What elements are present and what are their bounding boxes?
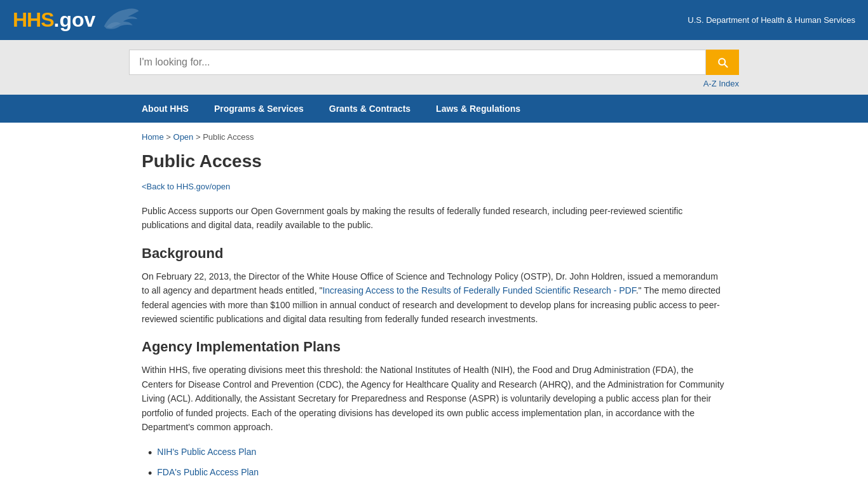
breadcrumb-open[interactable]: Open: [173, 132, 194, 142]
search-row: [129, 50, 739, 75]
breadcrumb-sep1: >: [166, 132, 173, 142]
background-paragraph: On February 22, 2013, the Director of th…: [142, 269, 726, 327]
ostp-memo-link[interactable]: Increasing Access to the Results of Fede…: [322, 285, 635, 295]
logo-area: HHS .gov: [13, 6, 140, 34]
main-nav: About HHS Programs & Services Grants & C…: [0, 95, 868, 123]
search-area: A-Z Index: [0, 40, 868, 95]
list-item: • NIH's Public Access Plan: [148, 447, 726, 461]
breadcrumb-current: Public Access: [203, 132, 254, 142]
list-item: • FDA's Public Access Plan: [148, 467, 726, 481]
breadcrumb: Home > Open > Public Access: [142, 132, 726, 142]
logo-hhs: HHS: [13, 8, 54, 32]
background-heading: Background: [142, 245, 726, 262]
intro-paragraph: Public Access supports our Open Governme…: [142, 204, 726, 233]
nih-plan-link[interactable]: NIH's Public Access Plan: [157, 447, 256, 457]
agency-impl-paragraph: Within HHS, five operating divisions mee…: [142, 363, 726, 434]
back-link[interactable]: <Back to HHS.gov/open: [142, 182, 230, 191]
breadcrumb-sep2: >: [196, 132, 203, 142]
nav-laws-regulations[interactable]: Laws & Regulations: [423, 95, 533, 123]
top-header: HHS .gov U.S. Department of Health & Hum…: [0, 0, 868, 40]
agency-impl-heading: Agency Implementation Plans: [142, 339, 726, 355]
hhs-bird-icon: [102, 6, 140, 34]
nav-grants-contracts[interactable]: Grants & Contracts: [316, 95, 423, 123]
search-button[interactable]: [706, 50, 739, 75]
nav-about-hhs[interactable]: About HHS: [129, 95, 201, 123]
search-icon: [716, 56, 729, 69]
agency-name: U.S. Department of Health & Human Servic…: [688, 15, 855, 25]
breadcrumb-home[interactable]: Home: [142, 132, 164, 142]
bullet-icon: •: [148, 447, 152, 461]
nav-inner: About HHS Programs & Services Grants & C…: [129, 95, 739, 123]
az-index-row: A-Z Index: [129, 78, 739, 88]
fda-plan-link[interactable]: FDA's Public Access Plan: [157, 467, 259, 477]
plan-links-list: • NIH's Public Access Plan • FDA's Publi…: [142, 447, 726, 480]
main-content: Home > Open > Public Access Public Acces…: [129, 123, 739, 488]
page-title: Public Access: [142, 151, 726, 172]
bullet-icon: •: [148, 467, 152, 481]
az-index-link[interactable]: A-Z Index: [703, 79, 739, 88]
search-input[interactable]: [129, 50, 706, 75]
nav-programs-services[interactable]: Programs & Services: [201, 95, 316, 123]
logo-gov: .gov: [54, 8, 96, 32]
